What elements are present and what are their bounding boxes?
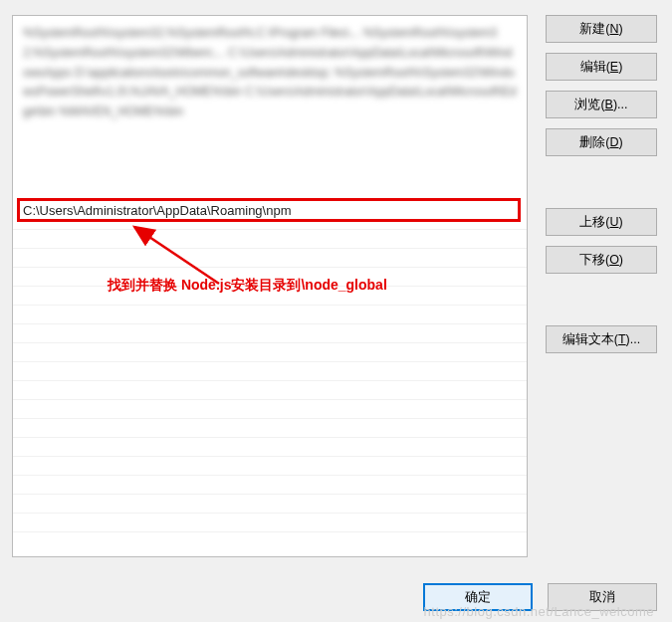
movedown-button[interactable]: 下移(O) — [546, 246, 657, 274]
path-listbox[interactable]: %SystemRoot%\system32;%SystemRoot%;C:\Pr… — [12, 15, 528, 557]
browse-button[interactable]: 浏览(B)... — [546, 91, 657, 118]
list-grid — [13, 229, 527, 556]
watermark-text: https://blog.csdn.net/Lance_welcome — [424, 604, 654, 619]
selected-path-row[interactable]: C:\Users\Administrator\AppData\Roaming\n… — [17, 198, 521, 222]
sidebar-buttons: 新建(N) 编辑(E) 浏览(B)... 删除(D) 上移(U) 下移(O) 编… — [546, 15, 657, 557]
moveup-button[interactable]: 上移(U) — [546, 208, 657, 236]
selected-path-text: C:\Users\Administrator\AppData\Roaming\n… — [23, 203, 292, 218]
new-button[interactable]: 新建(N) — [546, 15, 657, 43]
delete-button[interactable]: 删除(D) — [546, 128, 657, 156]
edit-button[interactable]: 编辑(E) — [546, 53, 657, 81]
blurred-entries: %SystemRoot%\system32;%SystemRoot%;C:\Pr… — [13, 16, 527, 130]
edittext-button[interactable]: 编辑文本(T)... — [546, 325, 657, 353]
